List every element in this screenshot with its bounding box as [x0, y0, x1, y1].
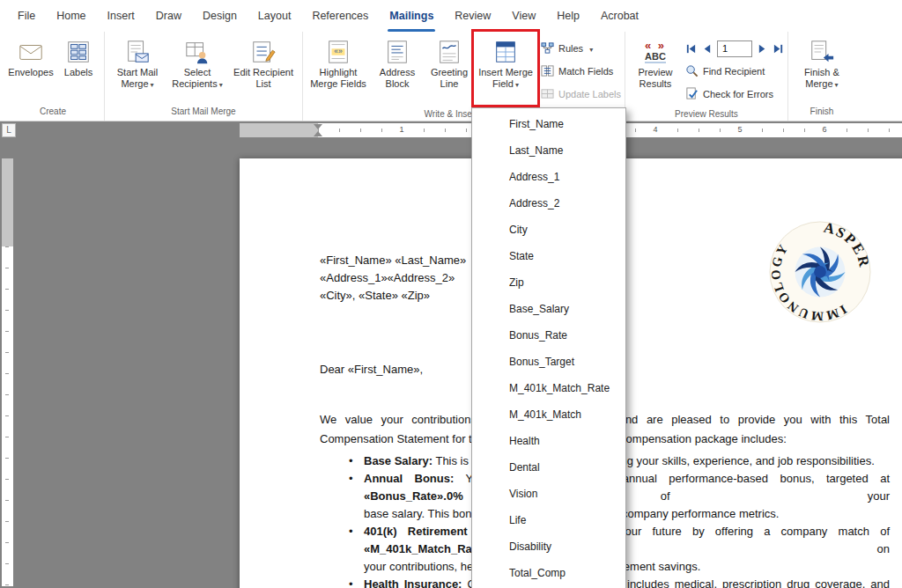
preview-results-label: Preview Results [632, 67, 679, 90]
greeting-line-label: Greeting Line [427, 67, 471, 90]
ribbon-tab[interactable]: Help [546, 0, 590, 32]
highlight-merge-fields-label: Highlight Merge Fields [309, 67, 367, 90]
record-number-input[interactable]: 1 [717, 40, 752, 57]
chevron-down-icon [833, 78, 839, 89]
group-label-start-mail-merge: Start Mail Merge [108, 106, 299, 121]
edit-recipient-list-label: Edit Recipient List [231, 67, 296, 90]
highlight-merge-fields-button[interactable]: «» Highlight Merge Fields [309, 33, 367, 90]
envelopes-label: Envelopes [8, 67, 53, 78]
ruler-left-margin [240, 123, 318, 137]
envelopes-button[interactable]: Envelopes [8, 33, 54, 78]
merge-field-menu-item[interactable]: City [472, 217, 625, 243]
match-fields-label: Match Fields [558, 66, 613, 77]
merge-field-menu-item[interactable]: Bonus_Target [472, 349, 625, 375]
ribbon-tab[interactable]: File [7, 0, 46, 32]
address-block-label: Address Block [373, 67, 422, 90]
merge-field-menu-item[interactable]: State [472, 243, 625, 269]
chevron-down-icon [588, 43, 593, 54]
merge-field-menu-item[interactable]: Address_1 [472, 164, 625, 190]
merge-field-city-line: «City», «State» «Zip» [320, 287, 466, 305]
check-for-errors-button[interactable]: Check for Errors [685, 85, 784, 103]
chevron-down-icon [514, 78, 519, 89]
address-merge-block: «First_Name» «Last_Name» «Address_1»«Add… [320, 252, 466, 305]
merge-field-name-line: «First_Name» «Last_Name» [320, 252, 466, 269]
ruler-number: 4 [651, 125, 660, 134]
insert-merge-field-button[interactable]: Insert Merge Field [477, 33, 535, 91]
merge-field-menu-item[interactable]: Vision [472, 481, 625, 507]
ribbon-tab[interactable]: Insert [97, 0, 145, 32]
update-labels-label: Update Labels [558, 89, 621, 99]
edit-recipient-list-button[interactable]: Edit Recipient List [231, 33, 296, 90]
merge-field-menu-item[interactable]: Address_2 [472, 190, 625, 217]
svg-text:«»: «» [334, 47, 343, 55]
group-label-create: Create [5, 106, 100, 121]
address-block-button[interactable]: Address Block [373, 33, 422, 90]
ribbon-tab[interactable]: Mailings [379, 0, 444, 32]
rules-label: Rules [558, 43, 583, 54]
merge-field-menu-item[interactable]: Base_Salary [472, 296, 625, 322]
rules-icon [541, 41, 554, 56]
group-label-preview-results: Preview Results [629, 108, 784, 121]
update-labels-icon [541, 87, 554, 102]
previous-record-button[interactable] [701, 43, 713, 55]
merge-field-menu-item[interactable]: Health [472, 428, 625, 454]
preview-results-button[interactable]: « »ABC Preview Results [632, 33, 679, 90]
ribbon-tab[interactable]: Layout [248, 0, 302, 32]
insert-merge-field-icon [492, 37, 519, 67]
insert-merge-field-dropdown: First_NameLast_NameAddress_1Address_2Cit… [471, 107, 626, 588]
group-preview-results: « »ABC Preview Results 1 Find Recipient [625, 32, 788, 121]
ribbon-tab[interactable]: Design [192, 0, 248, 32]
envelope-icon [18, 37, 44, 67]
group-create: Envelopes Labels Create [2, 32, 105, 121]
merge-field-address-line: «Address_1»«Address_2» [320, 269, 466, 287]
ribbon-tab[interactable]: References [301, 0, 379, 32]
update-labels-button: Update Labels [541, 85, 621, 103]
ribbon-tab[interactable]: Home [46, 0, 96, 32]
ribbon-tab[interactable]: Draw [145, 0, 192, 32]
ruler-row: 1234567 [0, 121, 902, 139]
first-record-button[interactable] [685, 43, 697, 55]
hanging-indent-marker[interactable] [314, 127, 322, 136]
ribbon-tab[interactable]: View [501, 0, 546, 32]
address-block-icon [384, 37, 410, 67]
next-record-button[interactable] [757, 43, 768, 55]
start-mail-merge-label: Start Mail Merge [111, 67, 164, 91]
ribbon-tab[interactable]: Review [444, 0, 501, 32]
ribbon: Envelopes Labels Create Start Mail Merge [0, 32, 902, 121]
tab-stop-selector[interactable] [2, 123, 16, 137]
vertical-ruler-ticks [5, 246, 9, 586]
last-record-button[interactable] [773, 43, 784, 55]
select-recipients-button[interactable]: Select Recipients [169, 33, 226, 91]
merge-field-menu-item[interactable]: Zip [472, 269, 625, 296]
casper-immunology-logo[interactable]: CASPER IMMUNOLOGY [768, 220, 872, 324]
find-recipient-icon [685, 64, 699, 79]
chevron-down-icon [218, 78, 223, 89]
start-mail-merge-button[interactable]: Start Mail Merge [111, 33, 164, 91]
match-fields-button[interactable]: Match Fields [541, 62, 621, 80]
merge-field-menu-item[interactable]: Total_Comp [472, 560, 625, 586]
check-for-errors-icon [685, 87, 699, 102]
salutation-line: Dear «First_Name», [320, 363, 423, 376]
merge-field-menu-item[interactable]: Bonus_Rate [472, 322, 625, 349]
rules-button[interactable]: Rules [541, 40, 621, 57]
labels-icon [65, 37, 92, 67]
labels-button[interactable]: Labels [59, 33, 98, 78]
merge-field-menu-item[interactable]: First_Name [472, 111, 625, 137]
finish-and-merge-icon [809, 37, 835, 67]
merge-field-menu-item[interactable]: Dental [472, 454, 625, 481]
find-recipient-label: Find Recipient [703, 66, 765, 77]
merge-field-menu-item[interactable]: Life [472, 507, 625, 533]
ruler-number: 6 [820, 125, 829, 134]
greeting-line-button[interactable]: Greeting Line [427, 33, 471, 90]
ribbon-tab[interactable]: Acrobat [590, 0, 649, 32]
ruler-number: 5 [736, 125, 744, 134]
merge-field-menu-item[interactable]: M_401k_Match [472, 401, 625, 428]
merge-field-menu-item[interactable]: Disability [472, 533, 625, 560]
vertical-ruler[interactable] [2, 158, 13, 586]
merge-field-menu-item[interactable]: Last_Name [472, 137, 625, 164]
finish-and-merge-button[interactable]: Finish & Merge [795, 33, 849, 91]
ruler-number: 1 [397, 125, 406, 134]
find-recipient-button[interactable]: Find Recipient [685, 62, 784, 80]
merge-field-menu-item[interactable]: M_401k_Match_Rate [472, 375, 625, 401]
check-for-errors-label: Check for Errors [703, 89, 773, 99]
